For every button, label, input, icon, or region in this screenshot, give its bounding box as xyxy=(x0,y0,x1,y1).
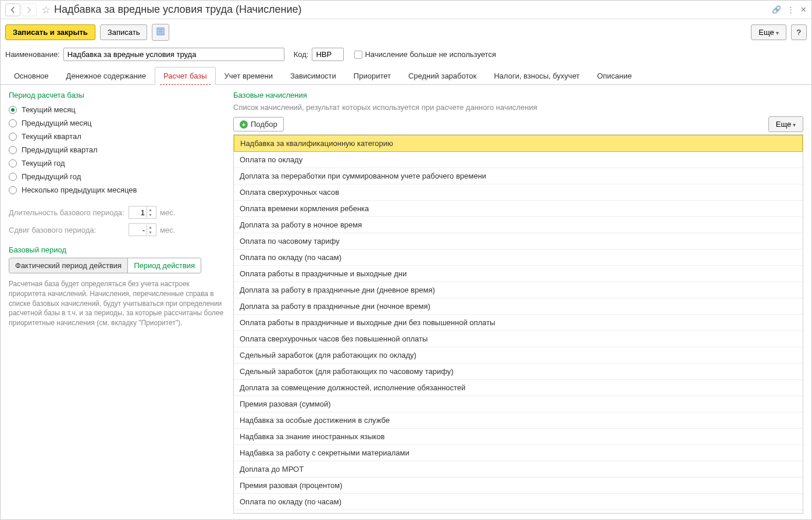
shift-label: Сдвиг базового периода: xyxy=(9,226,125,234)
duration-label: Длительность базового периода: xyxy=(9,208,125,217)
help-button[interactable]: ? xyxy=(791,24,807,40)
list-item[interactable]: Оплата по окладу (по часам) xyxy=(234,250,803,266)
tab-time[interactable]: Учет времени xyxy=(216,67,282,84)
tab-deps[interactable]: Зависимости xyxy=(282,67,345,84)
tab-main[interactable]: Основное xyxy=(5,67,58,84)
tab-money[interactable]: Денежное содержание xyxy=(58,67,155,84)
link-icon[interactable]: 🔗 xyxy=(772,5,781,14)
name-label: Наименование: xyxy=(5,50,60,59)
code-input[interactable] xyxy=(312,48,344,61)
name-input[interactable] xyxy=(63,48,284,61)
not-used-label: Начисление больше не используется xyxy=(365,50,496,59)
code-label: Код: xyxy=(294,50,309,59)
list-item[interactable]: Премия разовая (процентом) xyxy=(234,478,803,494)
list-item[interactable]: Надбавка за квалификационную категорию xyxy=(234,135,803,152)
list-item[interactable]: Доплата за работу в праздничные дни (дне… xyxy=(234,282,803,298)
note-text: Расчетная база будет определяться без уч… xyxy=(9,279,225,328)
radio-prev-month[interactable] xyxy=(9,119,17,127)
titlebar: ☆ Надбавка за вредные условия труда (Нач… xyxy=(1,1,811,19)
radio-current-month[interactable] xyxy=(9,106,17,114)
radio-current-quarter[interactable] xyxy=(9,133,17,141)
list-item[interactable]: Доплата за совмещение должностей, исполн… xyxy=(234,380,803,396)
list-item[interactable]: Доплата за работу в праздничные дни (ноч… xyxy=(234,298,803,315)
shift-spinner[interactable]: ▲▼ xyxy=(129,223,156,236)
list-more-button[interactable]: Еще xyxy=(768,116,803,132)
list-item[interactable]: Оплата сверхурочных часов xyxy=(234,184,803,201)
report-button[interactable] xyxy=(152,24,169,41)
close-icon[interactable]: ✕ xyxy=(800,5,807,14)
accruals-list[interactable]: Надбавка за квалификационную категориюОп… xyxy=(233,134,803,514)
duration-spinner[interactable]: ▲▼ xyxy=(129,206,156,219)
tab-priority[interactable]: Приоритет xyxy=(345,67,400,84)
list-item[interactable]: Надбавка за особые достижения в службе xyxy=(234,412,803,429)
tab-desc[interactable]: Описание xyxy=(588,67,640,84)
period-title: Период расчета базы xyxy=(9,91,225,99)
tab-avg[interactable]: Средний заработок xyxy=(400,67,485,84)
list-item[interactable]: Надбавка за знание иностранных языков xyxy=(234,429,803,445)
favorite-icon[interactable]: ☆ xyxy=(41,3,51,16)
chevron-down-icon[interactable]: ▼ xyxy=(147,212,154,218)
more-button[interactable]: Еще xyxy=(751,24,786,40)
list-item[interactable]: Доплата за работу в ночное время xyxy=(234,217,803,233)
list-item[interactable]: Доплата за переработки при суммированном… xyxy=(234,168,803,184)
form-header: Наименование: Код: Начисление больше не … xyxy=(1,45,811,63)
list-item[interactable]: Премия разовая (суммой) xyxy=(234,396,803,412)
radio-prev-quarter[interactable] xyxy=(9,146,17,154)
chevron-up-icon[interactable]: ▲ xyxy=(147,207,154,212)
base-accruals-hint: Список начислений, результат которых исп… xyxy=(233,103,803,112)
tab-tax[interactable]: Налоги, взносы, бухучет xyxy=(485,67,588,84)
base-period-title: Базовый период xyxy=(9,245,225,254)
radio-current-year[interactable] xyxy=(9,159,17,168)
period-radio-group: Текущий месяц Предыдущий месяц Текущий к… xyxy=(9,103,225,197)
list-item[interactable]: Оплата времени кормления ребенка xyxy=(234,201,803,217)
list-item[interactable]: Оплата сверхурочных часов без повышенной… xyxy=(234,331,803,347)
forward-button[interactable] xyxy=(22,3,37,16)
kebab-icon[interactable]: ⋮ xyxy=(787,5,795,14)
radio-prev-year[interactable] xyxy=(9,173,17,181)
seg-period-button[interactable]: Период действия xyxy=(128,258,201,273)
save-button[interactable]: Записать xyxy=(100,24,148,40)
list-item[interactable]: Сдельный заработок (для работающих по ок… xyxy=(234,347,803,364)
base-accruals-title: Базовые начисления xyxy=(233,91,803,99)
list-item[interactable]: Сдельный заработок (для работающих по ча… xyxy=(234,364,803,380)
tab-base-calc[interactable]: Расчет базы xyxy=(155,67,216,85)
list-item[interactable]: Оплата по окладу xyxy=(234,152,803,168)
not-used-checkbox[interactable] xyxy=(354,51,362,59)
list-item[interactable]: Оплата по окладу (по часам) xyxy=(234,494,803,510)
tabs: Основное Денежное содержание Расчет базы… xyxy=(1,67,811,85)
window-title: Надбавка за вредные условия труда (Начис… xyxy=(54,3,772,16)
radio-several-months[interactable] xyxy=(9,186,17,194)
list-item[interactable]: Доплата до МРОТ xyxy=(234,461,803,478)
list-item[interactable]: Оплата по часовому тарифу xyxy=(234,233,803,250)
seg-actual-button[interactable]: Фактический период действия xyxy=(9,258,128,273)
back-button[interactable] xyxy=(5,3,20,16)
list-item[interactable]: Оплата работы в праздничные и выходные д… xyxy=(234,315,803,331)
base-period-segment: Фактический период действия Период дейст… xyxy=(9,258,201,273)
list-item[interactable]: Надбавка за работу с секретными материал… xyxy=(234,445,803,461)
plus-icon: + xyxy=(240,120,248,129)
toolbar: Записать и закрыть Записать Еще ? xyxy=(1,19,811,45)
add-button[interactable]: +Подбор xyxy=(233,117,284,131)
chevron-up-icon[interactable]: ▲ xyxy=(147,225,154,230)
save-close-button[interactable]: Записать и закрыть xyxy=(5,24,95,40)
chevron-down-icon[interactable]: ▼ xyxy=(147,230,154,235)
list-item[interactable]: Оплата работы в праздничные и выходные д… xyxy=(234,266,803,282)
